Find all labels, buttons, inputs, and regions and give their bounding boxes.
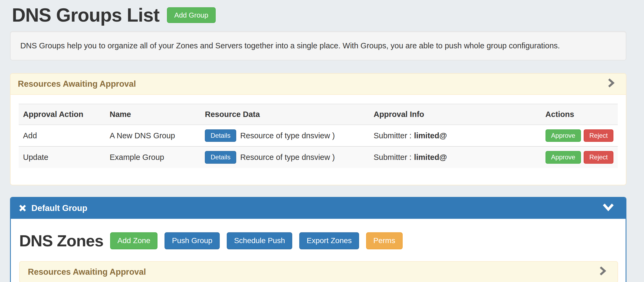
- cell-name: Example Group: [105, 146, 201, 168]
- page-container: DNS Groups List Add Group DNS Groups hel…: [10, 0, 626, 282]
- table-row: Update Example Group Details Resource of…: [19, 146, 618, 168]
- cell-approval-info: Submitter :limited@: [369, 125, 541, 146]
- submitter-label: Submitter :: [374, 131, 412, 140]
- resource-text: Resource of type dnsview ): [240, 131, 335, 140]
- column-resource-data: Resource Data: [201, 104, 369, 125]
- cell-approval-action: Update: [19, 146, 105, 168]
- approval-panel-heading[interactable]: Resources Awaiting Approval: [11, 74, 626, 95]
- description-text: DNS Groups help you to organize all of y…: [20, 41, 560, 50]
- description-well: DNS Groups help you to organize all of y…: [10, 31, 626, 61]
- submitter-value: limited@: [414, 153, 447, 162]
- cell-resource-data: Details Resource of type dnsview ): [201, 125, 369, 146]
- group-panel: Default Group DNS Zones Add Zone Push Gr…: [10, 197, 626, 282]
- details-button[interactable]: Details: [205, 151, 236, 163]
- chevron-right-icon[interactable]: [607, 78, 615, 90]
- push-group-button[interactable]: Push Group: [165, 232, 219, 249]
- chevron-down-icon[interactable]: [602, 203, 614, 213]
- resource-text: Resource of type dnsview ): [240, 153, 335, 162]
- x-icon[interactable]: [18, 204, 27, 212]
- cell-resource-data: Details Resource of type dnsview ): [201, 146, 369, 168]
- reject-button[interactable]: Reject: [584, 129, 613, 142]
- column-actions: Actions: [541, 104, 618, 125]
- column-name: Name: [105, 104, 201, 125]
- approve-button[interactable]: Approve: [546, 151, 581, 163]
- cell-actions: Approve Reject: [541, 146, 618, 168]
- cell-approval-info: Submitter :limited@: [369, 146, 541, 168]
- table-header-row: Approval Action Name Resource Data Appro…: [19, 104, 618, 125]
- approval-panel-title: Resources Awaiting Approval: [18, 79, 136, 89]
- nested-approval-panel-title: Resources Awaiting Approval: [28, 267, 146, 277]
- nested-approval-panel-heading[interactable]: Resources Awaiting Approval: [19, 261, 618, 282]
- approval-panel: Resources Awaiting Approval Approval Act…: [10, 73, 626, 185]
- zones-title: DNS Zones: [19, 231, 103, 250]
- perms-button[interactable]: Perms: [366, 232, 403, 249]
- export-zones-button[interactable]: Export Zones: [299, 232, 359, 249]
- details-button[interactable]: Details: [205, 129, 236, 142]
- reject-button[interactable]: Reject: [584, 151, 613, 163]
- table-row: Add A New DNS Group Details Resource of …: [19, 125, 618, 146]
- page-title: DNS Groups List: [12, 4, 159, 26]
- column-approval-info: Approval Info: [369, 104, 541, 125]
- approve-button[interactable]: Approve: [546, 129, 581, 142]
- add-group-button[interactable]: Add Group: [167, 7, 216, 23]
- cell-actions: Approve Reject: [541, 125, 618, 146]
- cell-approval-action: Add: [19, 125, 105, 146]
- chevron-right-icon[interactable]: [599, 266, 606, 278]
- add-zone-button[interactable]: Add Zone: [110, 232, 157, 249]
- page-header: DNS Groups List Add Group: [10, 0, 626, 26]
- group-panel-body: DNS Zones Add Zone Push Group Schedule P…: [11, 219, 626, 282]
- schedule-push-button[interactable]: Schedule Push: [227, 232, 292, 249]
- submitter-value: limited@: [414, 131, 447, 140]
- approval-panel-body: Approval Action Name Resource Data Appro…: [11, 95, 626, 185]
- column-approval-action: Approval Action: [19, 104, 105, 125]
- cell-name: A New DNS Group: [105, 125, 201, 146]
- zones-toolbar: DNS Zones Add Zone Push Group Schedule P…: [19, 231, 618, 250]
- group-panel-heading[interactable]: Default Group: [11, 198, 626, 219]
- approval-table: Approval Action Name Resource Data Appro…: [19, 104, 618, 168]
- submitter-label: Submitter :: [374, 153, 412, 162]
- group-panel-title: Default Group: [31, 203, 87, 213]
